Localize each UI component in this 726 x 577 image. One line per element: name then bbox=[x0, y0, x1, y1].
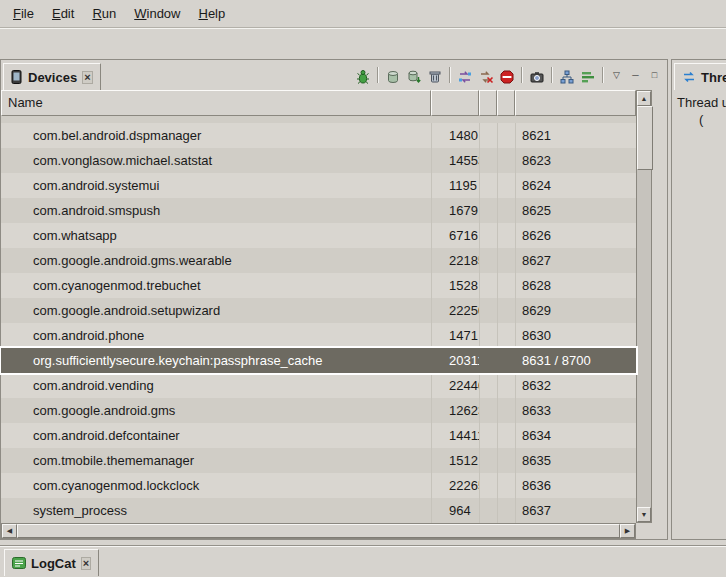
debug-icon[interactable] bbox=[353, 68, 372, 86]
process-row[interactable]: com.google.android.setupwizard222508629 bbox=[1, 298, 636, 323]
process-row[interactable]: com.cyanogenmod.lockclock222658636 bbox=[1, 473, 636, 498]
gc-icon[interactable] bbox=[425, 68, 444, 86]
process-name: com.google.android.setupwizard bbox=[1, 298, 431, 323]
scroll-left-icon[interactable]: ◀ bbox=[2, 524, 17, 538]
cell-spacer bbox=[497, 348, 515, 373]
cell-spacer bbox=[497, 448, 515, 473]
process-name: system_process bbox=[1, 498, 431, 523]
process-row[interactable]: com.google.android.gms.wearable221858627 bbox=[1, 248, 636, 273]
process-row[interactable]: com.android.systemui11958624 bbox=[1, 173, 636, 198]
cell-spacer bbox=[479, 298, 497, 323]
horizontal-scroll-thumb[interactable] bbox=[17, 524, 620, 538]
cell-spacer bbox=[479, 173, 497, 198]
scroll-up-icon[interactable]: ▲ bbox=[637, 91, 651, 106]
process-row[interactable]: com.google.android.gms126238633 bbox=[1, 398, 636, 423]
scroll-right-icon[interactable]: ▶ bbox=[620, 524, 635, 538]
process-port: 8630 bbox=[515, 323, 636, 348]
process-row[interactable]: org.sufficientlysecure.keychain:passphra… bbox=[1, 348, 636, 373]
cell-spacer bbox=[497, 473, 515, 498]
systrace-icon[interactable] bbox=[578, 68, 597, 86]
process-pid: 22250 bbox=[431, 298, 479, 323]
process-row[interactable]: com.whatsapp67168626 bbox=[1, 223, 636, 248]
update-heap-icon[interactable] bbox=[383, 68, 402, 86]
column-header-spacer[interactable] bbox=[479, 90, 497, 116]
horizontal-scrollbar[interactable]: ◀ ▶ bbox=[1, 523, 636, 539]
cell-spacer bbox=[479, 373, 497, 398]
cell-spacer bbox=[479, 123, 497, 148]
process-pid: 14553 bbox=[431, 148, 479, 173]
vertical-scrollbar[interactable]: ▲ ▼ bbox=[636, 90, 652, 523]
process-port: 8623 bbox=[515, 148, 636, 173]
process-row[interactable]: com.android.defcontainer144118634 bbox=[1, 423, 636, 448]
process-port: 8628 bbox=[515, 273, 636, 298]
cell-spacer bbox=[479, 498, 497, 523]
update-threads-icon[interactable] bbox=[455, 68, 474, 86]
cell-spacer bbox=[497, 173, 515, 198]
menu-run[interactable]: Run bbox=[83, 3, 125, 24]
close-icon[interactable]: × bbox=[82, 71, 92, 84]
process-name: com.vonglasow.michael.satstat bbox=[1, 148, 431, 173]
cell-spacer bbox=[479, 273, 497, 298]
cell-spacer bbox=[497, 298, 515, 323]
process-row[interactable]: com.android.phone14718630 bbox=[1, 323, 636, 348]
toolbar-strip bbox=[0, 28, 726, 60]
process-row[interactable]: com.android.vending224408632 bbox=[1, 373, 636, 398]
tab-logcat[interactable]: LogCat × bbox=[4, 549, 99, 576]
column-header-name[interactable]: Name bbox=[1, 90, 431, 116]
screen-capture-icon[interactable] bbox=[527, 68, 546, 86]
cell-spacer bbox=[497, 323, 515, 348]
cell-spacer bbox=[479, 223, 497, 248]
process-row[interactable]: system_process9648637 bbox=[1, 498, 636, 523]
process-name: com.android.systemui bbox=[1, 173, 431, 198]
process-pid: 22265 bbox=[431, 473, 479, 498]
process-name: com.bel.android.dspmanager bbox=[1, 123, 431, 148]
process-pid: 1528 bbox=[431, 273, 479, 298]
process-port: 8636 bbox=[515, 473, 636, 498]
process-row[interactable]: com.cyanogenmod.trebuchet15288628 bbox=[1, 273, 636, 298]
menubar: File Edit Run Window Help bbox=[0, 0, 726, 28]
logcat-icon bbox=[12, 556, 26, 570]
tab-devices[interactable]: Devices × bbox=[3, 63, 101, 90]
vertical-scroll-thumb[interactable] bbox=[637, 106, 653, 170]
toolbar-separator bbox=[602, 67, 603, 83]
minimize-icon[interactable]: ─ bbox=[627, 67, 644, 83]
process-row[interactable]: com.bel.android.dspmanager14808621 bbox=[1, 123, 636, 148]
main-area: Devices × bbox=[0, 59, 726, 545]
cell-spacer bbox=[497, 273, 515, 298]
process-pid: 20311 bbox=[431, 348, 479, 373]
process-pid: 1471 bbox=[431, 323, 479, 348]
device-icon bbox=[11, 70, 23, 84]
scroll-down-icon[interactable]: ▼ bbox=[637, 507, 651, 522]
process-row[interactable]: com.tmobile.thememanager15128635 bbox=[1, 448, 636, 473]
stop-process-icon[interactable] bbox=[497, 68, 516, 86]
column-header-spacer[interactable] bbox=[497, 90, 515, 116]
process-row[interactable]: com.vonglasow.michael.satstat145538623 bbox=[1, 148, 636, 173]
menu-window[interactable]: Window bbox=[125, 3, 189, 24]
devices-toolbar: ▽ ─ □ bbox=[353, 67, 667, 90]
tab-threads[interactable]: Threads bbox=[674, 63, 726, 90]
menu-help[interactable]: Help bbox=[189, 3, 234, 24]
toolbar-separator bbox=[521, 67, 522, 83]
dump-hprof-icon[interactable] bbox=[404, 68, 423, 86]
process-name: org.sufficientlysecure.keychain:passphra… bbox=[1, 348, 431, 373]
cell-spacer bbox=[479, 448, 497, 473]
chevron-down-icon[interactable]: ▽ bbox=[608, 67, 625, 83]
close-icon[interactable]: × bbox=[81, 557, 91, 570]
column-header-pid[interactable] bbox=[431, 90, 479, 116]
menu-file[interactable]: File bbox=[4, 3, 43, 24]
threads-message-line2: ( bbox=[699, 111, 726, 128]
process-pid: 6716 bbox=[431, 223, 479, 248]
table-header: Name bbox=[1, 90, 636, 116]
start-method-profiling-icon[interactable] bbox=[476, 68, 495, 86]
cell-spacer bbox=[497, 248, 515, 273]
view-hierarchy-icon[interactable] bbox=[557, 68, 576, 86]
process-name: com.whatsapp bbox=[1, 223, 431, 248]
menu-edit[interactable]: Edit bbox=[43, 3, 83, 24]
cell-spacer bbox=[497, 398, 515, 423]
column-header-port[interactable] bbox=[515, 90, 636, 116]
maximize-icon[interactable]: □ bbox=[646, 67, 663, 83]
toolbar-separator bbox=[449, 67, 450, 83]
process-row[interactable]: com.android.smspush16798625 bbox=[1, 198, 636, 223]
cell-spacer bbox=[497, 423, 515, 448]
cell-spacer bbox=[497, 498, 515, 523]
